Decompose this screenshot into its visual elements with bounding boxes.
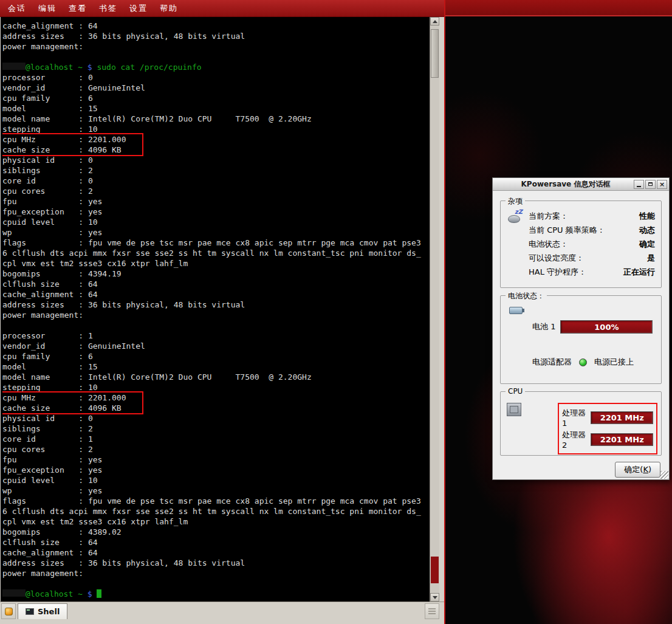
session-list-button[interactable] — [425, 603, 439, 619]
terminal-line — [2, 320, 429, 331]
terminal-line: cpu MHz : 2201.000 — [2, 393, 142, 403]
terminal-line — [2, 578, 429, 589]
misc-value: 是 — [647, 253, 655, 264]
terminal-line: cpuid level : 10 — [2, 217, 429, 227]
terminal-line: cpl vmx est tm2 ssse3 cx16 xtpr lahf_lm — [2, 516, 429, 527]
scrollbar-thumb[interactable] — [431, 29, 439, 78]
terminal-line: model : 15 — [2, 362, 429, 372]
scroll-down-button[interactable] — [430, 593, 439, 602]
cpu-freq-value: 2201 MHz — [600, 435, 644, 444]
misc-row: HAL 守护程序：正在运行 — [529, 267, 655, 278]
terminal-line: cpl vmx est tm2 ssse3 cx16 xtpr lahf_lm — [2, 258, 429, 269]
adapter-status: 电源已接上 — [594, 357, 634, 368]
terminal-tabbar: Shell — [0, 602, 444, 624]
terminal-menubar: 会话编辑查看书签设置帮助 — [0, 0, 444, 17]
terminal-line: cpu MHz : 2201.000 — [2, 134, 142, 145]
terminal-line: cache size : 4096 KB — [2, 145, 142, 155]
terminal-line: bogomips : 4389.02 — [2, 527, 429, 537]
misc-label: 可以设定亮度： — [529, 253, 584, 264]
terminal-line: cpu cores : 2 — [2, 444, 429, 454]
misc-row: 当前方案：性能 — [529, 211, 655, 222]
misc-group-title: 杂项 — [506, 196, 525, 207]
scrollbar-track[interactable] — [430, 26, 439, 593]
terminal-line: flags : fpu vme de pse tsc msr pae mce c… — [2, 496, 429, 506]
desktop-top-band — [445, 0, 672, 16]
adapter-label: 电源适配器 — [532, 357, 572, 368]
terminal-line: cpu cores : 2 — [2, 186, 429, 196]
terminal-line: stepping : 10 — [2, 124, 429, 134]
terminal-line: processor : 0 — [2, 72, 429, 83]
dialog-titlebar[interactable]: KPowersave 信息对话框 × — [493, 178, 669, 191]
dialog-title: KPowersave 信息对话框 — [498, 179, 634, 190]
terminal-output[interactable]: cache_alignment : 64address sizes : 36 b… — [2, 21, 429, 602]
annotation-box-terminal: cpu MHz : 2201.000cache size : 4096 KB — [2, 393, 142, 413]
terminal-line: siblings : 2 — [2, 423, 429, 434]
menu-bookmarks[interactable]: 书签 — [97, 2, 119, 15]
misc-label: 当前方案： — [529, 211, 568, 222]
terminal-viewport: cache_alignment : 64address sizes : 36 b… — [1, 17, 439, 602]
terminal-line: cpuid level : 10 — [2, 475, 429, 485]
misc-value: 性能 — [639, 211, 655, 222]
menu-help[interactable]: 帮助 — [158, 2, 180, 15]
terminal-line: vendor_id : GenuineIntel — [2, 83, 429, 93]
terminal-line: model : 15 — [2, 103, 429, 114]
new-session-icon — [5, 608, 13, 615]
cpu-freq-value: 2201 MHz — [600, 413, 644, 422]
minimize-button[interactable] — [634, 180, 644, 189]
terminal-line: @localhost ~ $ sudo cat /proc/cpuinfo — [2, 62, 429, 72]
terminal-line: address sizes : 36 bits physical, 48 bit… — [2, 300, 429, 310]
shell-icon — [26, 608, 34, 615]
battery-group-title: 电池状态： — [506, 291, 547, 301]
terminal-line: core id : 0 — [2, 176, 429, 186]
menu-session[interactable]: 会话 — [6, 2, 28, 15]
cpu-group-title: CPU — [506, 387, 525, 396]
terminal-line: 6 clflush dts acpi mmx fxsr sse sse2 ss … — [2, 248, 429, 258]
terminal-line: physical id : 0 — [2, 413, 429, 423]
maximize-button[interactable] — [645, 180, 656, 189]
battery-label: 电池 1 — [532, 321, 555, 332]
terminal-line: cpu family : 6 — [2, 351, 429, 362]
terminal-line: power management: — [2, 310, 429, 320]
terminal-line: core id : 1 — [2, 434, 429, 444]
tab-shell[interactable]: Shell — [18, 603, 67, 619]
power-led-icon — [579, 358, 587, 366]
close-icon: × — [659, 181, 665, 188]
misc-label: 当前 CPU 频率策略： — [529, 225, 605, 236]
session-list-icon — [428, 608, 436, 614]
cpu-label: 处理器 2 — [562, 430, 586, 450]
misc-group: 杂项 zZ 当前方案：性能当前 CPU 频率策略：动态电池状态：确定可以设定亮度… — [500, 201, 662, 288]
battery-progressbar: 100% — [560, 320, 653, 334]
cpu-rows: 处理器 12201 MHz处理器 22201 MHz — [558, 403, 657, 454]
up-arrow-icon — [433, 20, 437, 23]
terminal-line: cache_alignment : 64 — [2, 21, 429, 31]
minimize-icon — [637, 186, 641, 187]
terminal-line: 6 clflush dts acpi mmx fxsr sse sse2 ss … — [2, 506, 429, 516]
terminal-line: cache_alignment : 64 — [2, 289, 429, 300]
cpu-freq-bar: 2201 MHz — [591, 411, 653, 424]
close-button[interactable]: × — [657, 180, 667, 189]
screen: 会话编辑查看书签设置帮助 cache_alignment : 64address… — [0, 0, 672, 624]
menu-edit[interactable]: 编辑 — [36, 2, 58, 15]
terminal-cursor — [97, 589, 101, 598]
menu-settings[interactable]: 设置 — [128, 2, 149, 15]
window-buttons: × — [634, 180, 667, 189]
misc-label: HAL 守护程序： — [529, 267, 586, 278]
battery-group: 电池状态： 电池 1 100% 电源适配器 电源已接上 — [500, 295, 662, 384]
ok-button[interactable]: 确定(K) — [615, 462, 660, 478]
terminal-line: cache size : 4096 KB — [2, 403, 142, 413]
terminal-line: power management: — [2, 568, 429, 578]
terminal-line: fpu : yes — [2, 196, 429, 207]
misc-value: 正在运行 — [623, 267, 655, 278]
terminal-line — [2, 52, 429, 62]
terminal-window: 会话编辑查看书签设置帮助 cache_alignment : 64address… — [0, 0, 444, 624]
new-session-button[interactable] — [1, 603, 16, 619]
resize-grip[interactable] — [660, 471, 668, 479]
terminal-scrollbar[interactable] — [430, 17, 439, 602]
terminal-line: fpu : yes — [2, 454, 429, 465]
misc-row: 电池状态：确定 — [529, 239, 655, 250]
terminal-line: model name : Intel(R) Core(TM)2 Duo CPU … — [2, 114, 429, 124]
terminal-line: physical id : 0 — [2, 155, 429, 165]
scroll-up-button[interactable] — [430, 17, 439, 26]
menu-view[interactable]: 查看 — [67, 2, 89, 15]
tabbar-spacer — [67, 603, 423, 619]
